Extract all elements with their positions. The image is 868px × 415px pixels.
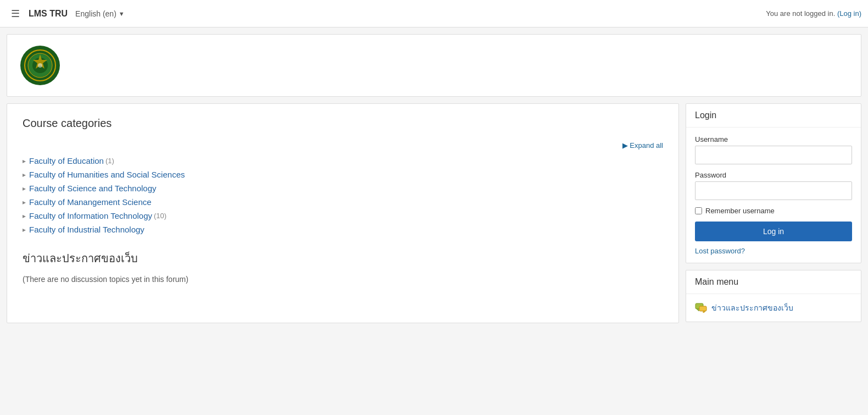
course-categories-title: Course categories bbox=[23, 117, 663, 130]
svg-marker-8 bbox=[703, 311, 705, 313]
category-link[interactable]: Faculty of Humanities and Social Science… bbox=[29, 170, 185, 179]
language-dropdown-icon[interactable]: ▼ bbox=[119, 10, 125, 17]
category-link[interactable]: Faculty of Science and Technology bbox=[29, 184, 157, 193]
category-link[interactable]: Faculty of Information Technology bbox=[29, 211, 152, 220]
header-banner bbox=[7, 34, 861, 97]
expand-all-arrow: ▶ bbox=[622, 141, 630, 150]
expand-all-link[interactable]: ▶ Expand all bbox=[622, 141, 663, 150]
hamburger-menu-icon[interactable]: ☰ bbox=[7, 3, 24, 24]
list-item: ▸ Faculty of Information Technology (10) bbox=[23, 211, 663, 220]
remember-row: Remember username bbox=[695, 207, 852, 215]
svg-point-4 bbox=[38, 63, 42, 68]
sidebar: Login Username Password Remember usernam… bbox=[686, 103, 861, 322]
main-menu-block: Main menu ข่าวและประกาศของเว็บ bbox=[686, 270, 861, 322]
site-brand: LMS TRU bbox=[29, 9, 68, 19]
category-arrow: ▸ bbox=[23, 157, 26, 165]
login-button[interactable]: Log in bbox=[695, 222, 852, 241]
category-count: (10) bbox=[154, 212, 166, 220]
password-label: Password bbox=[695, 171, 852, 179]
content-area: Course categories ▶ Expand all ▸ Faculty… bbox=[7, 103, 679, 323]
category-arrow: ▸ bbox=[23, 212, 26, 220]
category-link[interactable]: Faculty of Industrial Technology bbox=[29, 225, 144, 234]
not-logged-text: You are not logged in. bbox=[766, 9, 835, 18]
list-item: ▸ Faculty of Science and Technology bbox=[23, 184, 663, 193]
password-group: Password bbox=[695, 171, 852, 200]
list-item: ▸ Faculty of Education (1) bbox=[23, 156, 663, 165]
nav-login-link[interactable]: (Log in) bbox=[837, 9, 861, 18]
language-label: English (en) bbox=[75, 9, 116, 18]
login-block: Login Username Password Remember usernam… bbox=[686, 103, 861, 263]
main-layout: Course categories ▶ Expand all ▸ Faculty… bbox=[7, 103, 861, 323]
username-label: Username bbox=[695, 135, 852, 143]
list-item: ▸ Faculty of Industrial Technology bbox=[23, 225, 663, 234]
category-arrow: ▸ bbox=[23, 171, 26, 179]
category-arrow: ▸ bbox=[23, 198, 26, 206]
category-link[interactable]: Faculty of Education bbox=[29, 156, 104, 165]
list-item: ▸ Faculty of Manangement Science bbox=[23, 197, 663, 207]
main-menu-link[interactable]: ข่าวและประกาศของเว็บ bbox=[711, 302, 793, 314]
navbar: ☰ LMS TRU English (en) ▼ You are not log… bbox=[0, 0, 868, 27]
username-group: Username bbox=[695, 135, 852, 164]
lost-password-link[interactable]: Lost password? bbox=[695, 247, 852, 255]
svg-marker-6 bbox=[697, 309, 699, 311]
category-link[interactable]: Faculty of Manangement Science bbox=[29, 197, 152, 207]
password-input[interactable] bbox=[695, 181, 852, 200]
forum-icon bbox=[695, 303, 707, 313]
login-block-body: Username Password Remember username Log … bbox=[686, 128, 861, 263]
language-selector[interactable]: English (en) ▼ bbox=[75, 9, 125, 18]
category-count: (1) bbox=[105, 157, 114, 165]
university-logo bbox=[20, 46, 60, 85]
main-menu-body: ข่าวและประกาศของเว็บ bbox=[686, 294, 861, 322]
category-arrow: ▸ bbox=[23, 185, 26, 192]
list-item: ▸ Faculty of Humanities and Social Scien… bbox=[23, 170, 663, 179]
remember-label: Remember username bbox=[705, 207, 775, 215]
main-menu-item: ข่าวและประกาศของเว็บ bbox=[695, 302, 852, 314]
remember-checkbox[interactable] bbox=[695, 207, 702, 214]
nav-login-status: You are not logged in. (Log in) bbox=[766, 9, 861, 18]
category-arrow: ▸ bbox=[23, 226, 26, 234]
category-list: ▸ Faculty of Education (1) ▸ Faculty of … bbox=[23, 156, 663, 234]
main-menu-title: Main menu bbox=[686, 270, 861, 294]
forum-empty-message: (There are no discussion topics yet in t… bbox=[23, 275, 663, 284]
username-input[interactable] bbox=[695, 146, 852, 164]
login-block-title: Login bbox=[686, 104, 861, 128]
expand-all-row: ▶ Expand all bbox=[23, 141, 663, 150]
forum-title: ข่าวและประกาศของเว็บ bbox=[23, 250, 663, 267]
svg-rect-7 bbox=[699, 306, 706, 311]
